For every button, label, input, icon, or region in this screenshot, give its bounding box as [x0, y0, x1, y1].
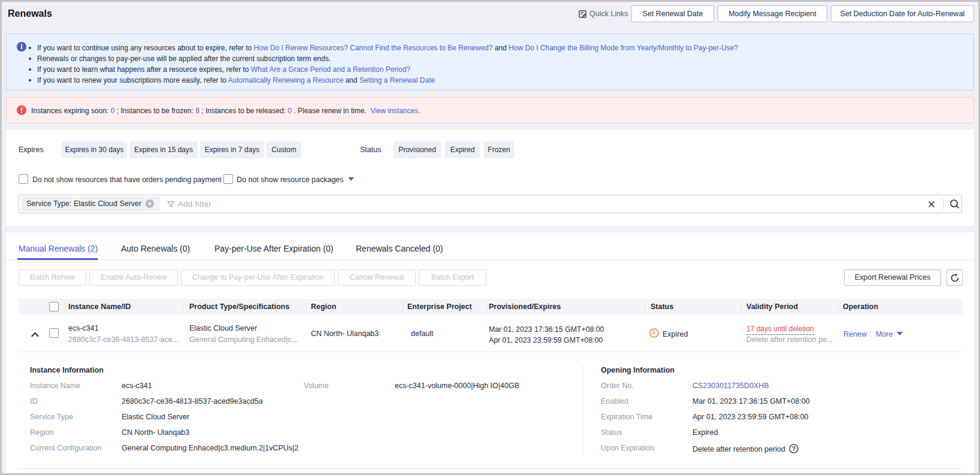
- svg-text:?: ?: [792, 445, 796, 452]
